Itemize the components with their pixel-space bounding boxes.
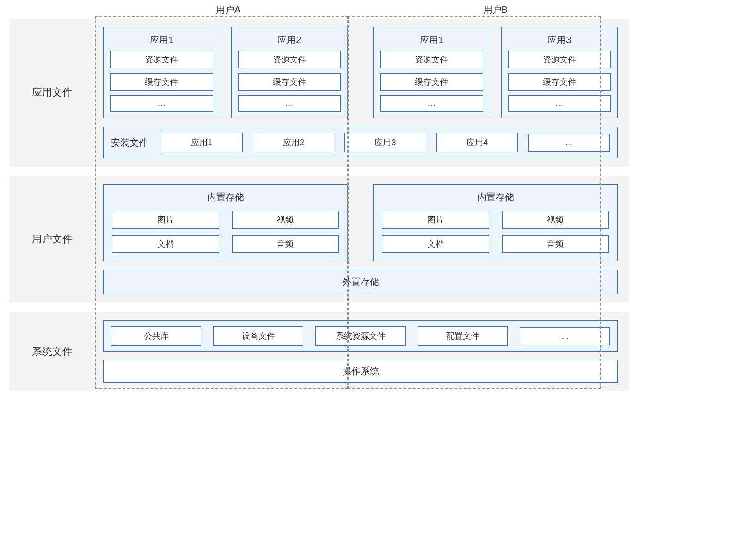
user-b-storage-video: 视频 — [502, 211, 609, 229]
operating-system-row: 操作系统 — [103, 360, 618, 383]
sys-resource-files: 系统资源文件 — [315, 326, 406, 346]
app-card-a1: 应用1 资源文件 缓存文件 … — [103, 27, 220, 118]
internal-storage-row: 内置存储 图片 视频 文档 音频 内置存储 图片 视频 文档 音频 — [103, 184, 618, 261]
app-b3-item-more: … — [508, 95, 611, 112]
user-a-storage-audio: 音频 — [232, 235, 339, 253]
section-system-files: 系统文件 公共库 设备文件 系统资源文件 配置文件 … 操作系统 — [9, 312, 629, 391]
sys-more: … — [520, 327, 610, 345]
user-a-apps: 应用1 资源文件 缓存文件 … 应用2 资源文件 缓存文件 … — [103, 27, 348, 118]
install-app4: 应用4 — [436, 133, 518, 152]
user-column-labels: 用户A 用户B — [95, 4, 629, 16]
sys-public-lib: 公共库 — [111, 326, 201, 346]
app-card-b1-title: 应用1 — [380, 32, 483, 51]
sys-device-files: 设备文件 — [213, 326, 303, 346]
install-more: … — [528, 134, 610, 152]
app-card-a1-title: 应用1 — [110, 32, 213, 51]
user-b-apps: 应用1 资源文件 缓存文件 … 应用3 资源文件 缓存文件 … — [373, 27, 618, 118]
app-b3-item-cache: 缓存文件 — [508, 73, 611, 91]
install-files-row: 安装文件 应用1 应用2 应用3 应用4 … — [103, 127, 618, 158]
operating-system-label: 操作系统 — [342, 365, 379, 378]
file-system-diagram: 用户A 用户B 应用文件 应用1 资源文件 缓存文件 … — [9, 19, 629, 391]
app-card-b1: 应用1 资源文件 缓存文件 … — [373, 27, 490, 118]
user-b-internal-storage-title: 内置存储 — [382, 189, 609, 208]
install-app2: 应用2 — [253, 133, 335, 152]
section-app-files: 应用文件 应用1 资源文件 缓存文件 … 应用2 — [9, 19, 629, 167]
install-app3: 应用3 — [344, 133, 426, 152]
section-user-files-label: 用户文件 — [9, 176, 95, 303]
app-card-b3: 应用3 资源文件 缓存文件 … — [501, 27, 618, 118]
user-b-label: 用户B — [362, 4, 629, 16]
user-a-storage-images: 图片 — [112, 211, 219, 229]
section-system-files-label: 系统文件 — [9, 312, 95, 391]
user-a-storage-docs: 文档 — [112, 235, 219, 253]
install-files-label: 安装文件 — [111, 137, 151, 149]
app-b1-item-cache: 缓存文件 — [380, 73, 483, 91]
section-user-files: 用户文件 内置存储 图片 视频 文档 音频 内置存储 图片 视频 — [9, 176, 629, 303]
external-storage-label: 外置存储 — [342, 276, 379, 288]
app-a1-item-cache: 缓存文件 — [110, 73, 213, 91]
user-a-internal-storage-title: 内置存储 — [112, 189, 339, 208]
user-a-internal-storage: 内置存储 图片 视频 文档 音频 — [103, 184, 348, 261]
user-a-label: 用户A — [95, 4, 362, 16]
system-components-row: 公共库 设备文件 系统资源文件 配置文件 … — [103, 320, 618, 352]
app-b3-item-resources: 资源文件 — [508, 51, 611, 68]
sys-config-files: 配置文件 — [418, 326, 508, 346]
app-a2-item-cache: 缓存文件 — [238, 73, 341, 91]
user-b-storage-docs: 文档 — [382, 235, 489, 253]
app-card-b3-title: 应用3 — [508, 32, 611, 51]
app-a2-item-resources: 资源文件 — [238, 51, 341, 68]
app-a1-item-more: … — [110, 95, 213, 112]
app-b1-item-resources: 资源文件 — [380, 51, 483, 68]
app-cards-row: 应用1 资源文件 缓存文件 … 应用2 资源文件 缓存文件 … — [103, 27, 618, 118]
user-b-internal-storage: 内置存储 图片 视频 文档 音频 — [373, 184, 618, 261]
section-app-files-label: 应用文件 — [9, 19, 95, 167]
user-b-storage-audio: 音频 — [502, 235, 609, 253]
app-a2-item-more: … — [238, 95, 341, 112]
user-a-storage-video: 视频 — [232, 211, 339, 229]
app-a1-item-resources: 资源文件 — [110, 51, 213, 68]
user-b-storage-images: 图片 — [382, 211, 489, 229]
app-card-a2-title: 应用2 — [238, 32, 341, 51]
install-app1: 应用1 — [161, 133, 243, 152]
external-storage: 外置存储 — [103, 270, 618, 294]
app-card-a2: 应用2 资源文件 缓存文件 … — [231, 27, 348, 118]
app-b1-item-more: … — [380, 95, 483, 112]
